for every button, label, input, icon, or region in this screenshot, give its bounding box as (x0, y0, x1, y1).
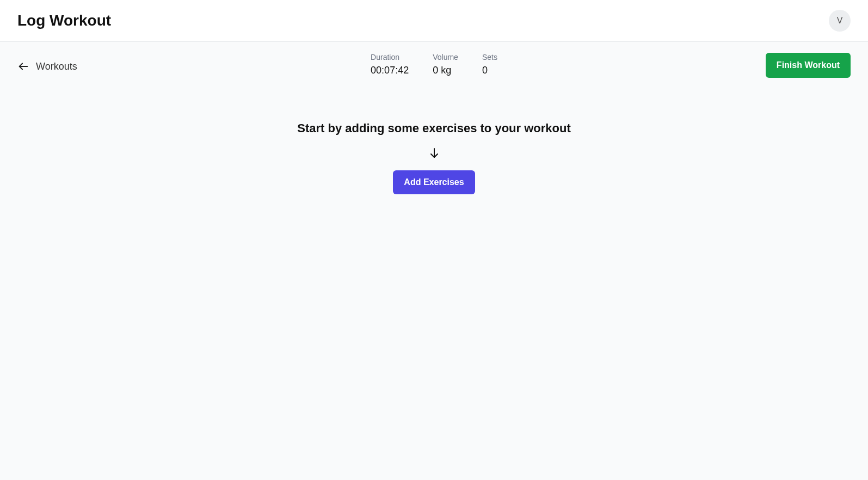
stat-volume: Volume 0 kg (433, 53, 458, 76)
empty-heading: Start by adding some exercises to your w… (297, 121, 570, 136)
arrow-left-icon (17, 60, 29, 72)
toolbar: Workouts Duration 00:07:42 Volume 0 kg S… (17, 53, 851, 78)
page-title: Log Workout (17, 12, 111, 29)
arrow-down-icon (428, 146, 441, 159)
avatar-initial: V (837, 16, 843, 26)
finish-area: Finish Workout (766, 53, 851, 78)
empty-state: Start by adding some exercises to your w… (17, 121, 851, 194)
stat-volume-value: 0 kg (433, 65, 458, 76)
back-label: Workouts (36, 61, 77, 72)
app-header: Log Workout V (0, 0, 868, 42)
add-exercises-button[interactable]: Add Exercises (393, 170, 475, 194)
stat-duration-label: Duration (371, 53, 409, 61)
workout-stats: Duration 00:07:42 Volume 0 kg Sets 0 (371, 53, 497, 76)
main-content: Workouts Duration 00:07:42 Volume 0 kg S… (0, 42, 868, 480)
stat-duration: Duration 00:07:42 (371, 53, 409, 76)
avatar[interactable]: V (829, 10, 851, 32)
stat-duration-value: 00:07:42 (371, 65, 409, 76)
finish-workout-button[interactable]: Finish Workout (766, 53, 851, 78)
stat-volume-label: Volume (433, 53, 458, 61)
stat-sets: Sets 0 (482, 53, 497, 76)
back-nav[interactable]: Workouts (17, 53, 360, 72)
stat-sets-value: 0 (482, 65, 497, 76)
stat-sets-label: Sets (482, 53, 497, 61)
